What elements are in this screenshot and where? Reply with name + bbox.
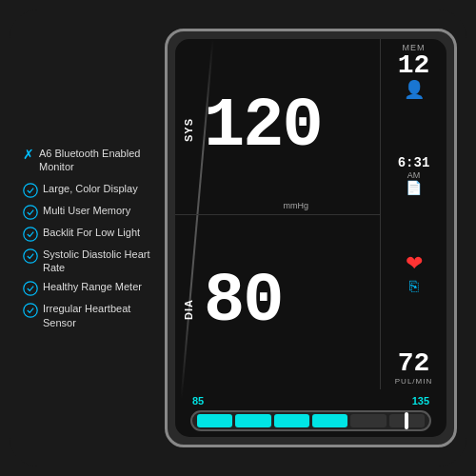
feature-label-backlit: Backlit For Low Light	[43, 226, 140, 239]
bluetooth-small-icon: ⎘	[409, 278, 419, 295]
am-label: AM	[407, 170, 421, 180]
svg-point-4	[24, 282, 37, 295]
pul-label: PUL/MIN	[395, 377, 432, 386]
dia-label: DIA	[183, 299, 194, 320]
meter-bar	[190, 410, 431, 431]
range-meter: 85 135	[175, 389, 446, 437]
check-icon-memory	[23, 205, 38, 220]
heart-icon: ❤	[406, 251, 423, 276]
feature-item-memory: Multi User Memory	[23, 204, 153, 220]
feature-label-range: Healthy Range Meter	[43, 280, 142, 293]
sys-dia-labels: SYS DIA	[183, 39, 194, 389]
feature-item-readings: Systolic Diastolic Heart Rate	[23, 248, 153, 275]
meter-segment-1	[197, 414, 232, 427]
main-content: SYS DIA 120 mmHg 80 MEM	[175, 39, 446, 389]
feature-item-display: Large, Color Display	[23, 182, 153, 198]
feature-label-display: Large, Color Display	[43, 182, 138, 195]
feature-item-heartbeat: Irregular Heartbeat Sensor	[23, 302, 153, 329]
feature-label-readings: Systolic Diastolic Heart Rate	[43, 248, 153, 275]
feature-item-bluetooth: ✗ A6 Bluetooth Enabled Monitor	[23, 147, 153, 174]
document-icon: 📄	[406, 180, 422, 195]
mem-section: MEM 12 👤	[383, 43, 445, 100]
side-panel: MEM 12 👤 6:31 AM 📄 ❤ ⎘ 72	[380, 39, 446, 389]
feature-label-heartbeat: Irregular Heartbeat Sensor	[43, 302, 153, 329]
svg-point-0	[24, 184, 37, 197]
svg-point-5	[24, 304, 37, 317]
check-icon-readings	[23, 248, 38, 264]
display-screen: SYS DIA 120 mmHg 80 MEM	[175, 39, 446, 437]
meter-segment-3	[274, 414, 309, 427]
meter-segment-5	[350, 414, 386, 427]
check-icon-heartbeat	[23, 303, 38, 318]
monitor-container: ✗ A6 Bluetooth Enabled Monitor Large, Co…	[10, 10, 466, 466]
check-icon-display	[23, 183, 38, 198]
heart-section: ❤ ⎘	[383, 251, 445, 295]
meter-marker	[405, 412, 408, 429]
mem-value: 12	[398, 52, 430, 79]
feature-item-range: Healthy Range Meter	[23, 280, 153, 296]
range-labels: 85 135	[183, 395, 439, 407]
time-section: 6:31 AM 📄	[383, 155, 445, 195]
svg-point-1	[24, 206, 37, 219]
bluetooth-icon: ✗	[23, 147, 34, 162]
feature-label-bluetooth: A6 Bluetooth Enabled Monitor	[39, 147, 153, 174]
svg-point-3	[24, 249, 37, 263]
meter-segment-4	[312, 414, 347, 427]
mmhg-label: mmHg	[284, 201, 309, 210]
check-icon-range	[23, 281, 38, 296]
systolic-value: 120	[204, 92, 322, 161]
person-icon: 👤	[404, 79, 425, 100]
pulse-value: 72	[398, 350, 430, 377]
range-right-value: 135	[412, 395, 429, 407]
sys-label: SYS	[183, 118, 194, 142]
time-display: 6:31	[398, 155, 430, 170]
check-icon-backlit	[23, 227, 38, 242]
diastolic-reading: 80	[175, 215, 380, 390]
diastolic-value: 80	[204, 268, 282, 336]
features-panel: ✗ A6 Bluetooth Enabled Monitor Large, Co…	[19, 139, 157, 337]
readings-area: 120 mmHg 80	[175, 39, 380, 389]
meter-segment-2	[235, 414, 270, 427]
svg-point-2	[24, 228, 37, 241]
systolic-reading: 120 mmHg	[175, 39, 380, 215]
feature-item-backlit: Backlit For Low Light	[23, 226, 153, 242]
device-body: SYS DIA 120 mmHg 80 MEM	[165, 29, 457, 447]
pulse-section: 72 PUL/MIN	[383, 350, 445, 386]
feature-label-memory: Multi User Memory	[43, 204, 130, 217]
